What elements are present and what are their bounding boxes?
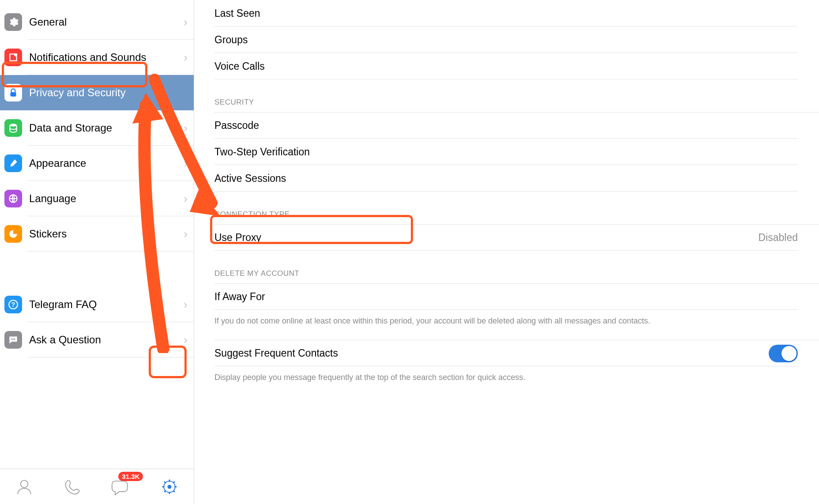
svg-point-7 (13, 339, 14, 340)
sidebar-item-label: Notifications and Sounds (29, 51, 147, 64)
svg-point-6 (11, 339, 12, 340)
svg-line-17 (173, 490, 175, 492)
row-label: Two-Step Verification (214, 146, 310, 158)
row-label: Groups (214, 34, 248, 46)
row-label: Last Seen (214, 8, 260, 19)
row-label: Suggest Frequent Contacts (214, 347, 338, 359)
svg-line-16 (164, 481, 166, 483)
svg-line-18 (164, 490, 166, 492)
toggle-suggest-contacts[interactable] (769, 345, 798, 362)
tab-chats[interactable]: 31.3K (109, 474, 133, 499)
row-active-sessions[interactable]: Active Sessions (214, 165, 819, 192)
chevron-right-icon: › (184, 298, 188, 312)
tab-contacts[interactable] (12, 474, 37, 499)
unread-badge: 31.3K (118, 472, 143, 481)
sidebar-item-label: Privacy and Security (29, 87, 126, 99)
detail-pane: Last Seen Groups Voice Calls SECURITY Pa… (194, 0, 819, 504)
globe-icon (4, 190, 22, 207)
sidebar-item-label: General (29, 16, 67, 28)
sidebar-item-label: Appearance (29, 157, 86, 169)
database-icon (4, 119, 22, 137)
svg-point-2 (10, 124, 16, 127)
row-use-proxy[interactable]: Use Proxy Disabled (214, 224, 819, 251)
chevron-right-icon: › (184, 333, 188, 347)
sidebar-item-faq[interactable]: ? Telegram FAQ › (0, 287, 194, 322)
svg-point-8 (14, 339, 15, 340)
sidebar-item-ask[interactable]: Ask a Question › (0, 322, 194, 357)
settings-sidebar: General › Notifications and Sounds › Pri… (0, 0, 194, 504)
row-if-away-for[interactable]: If Away For (214, 283, 819, 310)
row-groups[interactable]: Groups (214, 26, 819, 53)
chevron-right-icon: › (184, 192, 188, 206)
row-last-seen[interactable]: Last Seen (214, 0, 819, 26)
sidebar-item-label: Language (29, 192, 76, 205)
brush-icon (4, 154, 22, 172)
row-label: Voice Calls (214, 60, 265, 72)
sidebar-item-privacy[interactable]: Privacy and Security (0, 75, 194, 110)
row-label: Active Sessions (214, 173, 286, 184)
sidebar-item-label: Data and Storage (29, 122, 112, 134)
app-root: General › Notifications and Sounds › Pri… (0, 0, 819, 504)
row-voice-calls[interactable]: Voice Calls (214, 53, 819, 79)
sidebar-item-label: Ask a Question (29, 334, 101, 346)
row-two-step[interactable]: Two-Step Verification (214, 139, 819, 165)
row-label: Passcode (214, 120, 259, 132)
sidebar-item-notifications[interactable]: Notifications and Sounds › (0, 40, 194, 75)
svg-point-11 (168, 485, 172, 489)
svg-point-9 (21, 480, 28, 488)
sticker-icon (4, 225, 22, 243)
settings-list: General › Notifications and Sounds › Pri… (0, 0, 194, 469)
chevron-right-icon: › (184, 51, 188, 64)
sidebar-item-data[interactable]: Data and Storage › (0, 110, 194, 146)
svg-rect-1 (11, 92, 16, 97)
svg-text:?: ? (11, 301, 15, 308)
chevron-right-icon: › (184, 157, 188, 170)
sidebar-item-label: Telegram FAQ (29, 298, 97, 311)
question-icon: ? (4, 296, 22, 313)
sidebar-item-language[interactable]: Language › (0, 181, 194, 216)
svg-line-19 (173, 481, 175, 483)
sidebar-item-stickers[interactable]: Stickers › (0, 216, 194, 252)
row-label: Use Proxy (214, 232, 261, 244)
sidebar-item-label: Stickers (29, 228, 67, 240)
gear-icon (4, 13, 22, 31)
svg-point-0 (14, 53, 17, 56)
tab-calls[interactable] (60, 474, 85, 499)
tab-settings[interactable] (157, 474, 182, 499)
lock-icon (4, 84, 22, 102)
row-value: Disabled (759, 232, 798, 244)
section-header-connection: CONNECTION TYPE (214, 192, 819, 224)
chevron-right-icon: › (184, 121, 188, 135)
chevron-right-icon: › (184, 227, 188, 241)
row-label: If Away For (214, 291, 265, 303)
suggest-hint: Display people you message frequently at… (214, 366, 819, 387)
chevron-right-icon: › (184, 15, 188, 29)
tab-bar: 31.3K (0, 469, 194, 504)
section-header-security: SECURITY (214, 79, 819, 112)
section-header-delete: DELETE MY ACCOUNT (214, 251, 819, 283)
sidebar-item-appearance[interactable]: Appearance › (0, 146, 194, 181)
row-suggest-contacts[interactable]: Suggest Frequent Contacts (214, 340, 819, 366)
chat-icon (4, 331, 22, 349)
row-passcode[interactable]: Passcode (214, 112, 819, 139)
bell-icon (4, 49, 22, 66)
delete-hint: If you do not come online at least once … (214, 310, 819, 331)
sidebar-item-general[interactable]: General › (0, 4, 194, 40)
